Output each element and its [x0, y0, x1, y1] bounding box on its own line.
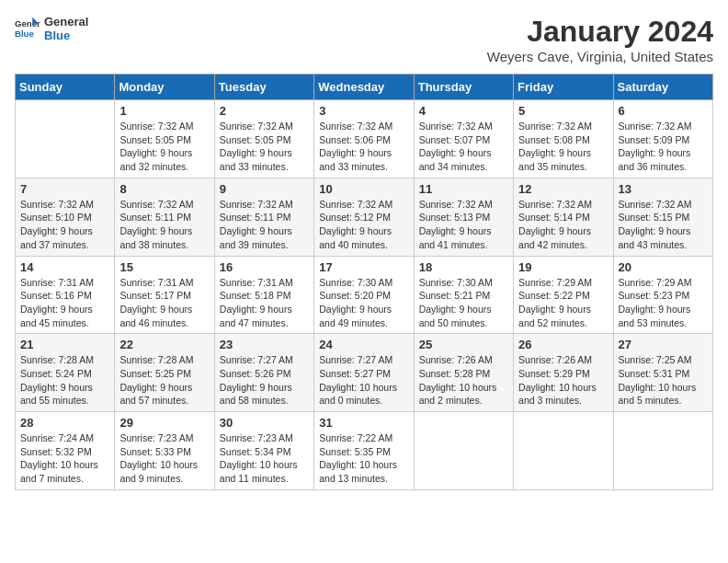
daylight-text: Daylight: 9 hours and 43 minutes.: [619, 224, 708, 251]
day-info: Sunrise: 7:23 AM Sunset: 5:33 PM Dayligh…: [119, 431, 209, 486]
sunset-text: Sunset: 5:05 PM: [220, 133, 309, 147]
calendar-cell: 17 Sunrise: 7:30 AM Sunset: 5:20 PM Dayl…: [314, 256, 414, 334]
day-info: Sunrise: 7:32 AM Sunset: 5:05 PM Dayligh…: [119, 120, 209, 174]
daylight-text: Daylight: 9 hours and 58 minutes.: [220, 381, 309, 408]
sunset-text: Sunset: 5:20 PM: [319, 289, 408, 303]
calendar-cell: 19 Sunrise: 7:29 AM Sunset: 5:22 PM Dayl…: [514, 256, 613, 334]
sunset-text: Sunset: 5:27 PM: [319, 367, 408, 381]
sunset-text: Sunset: 5:14 PM: [518, 211, 608, 224]
sunrise-text: Sunrise: 7:32 AM: [619, 120, 708, 133]
sunrise-text: Sunrise: 7:29 AM: [518, 276, 608, 290]
calendar-cell: 30 Sunrise: 7:23 AM Sunset: 5:34 PM Dayl…: [214, 412, 313, 490]
weekday-header-tuesday: Tuesday: [214, 75, 313, 100]
daylight-text: Daylight: 9 hours and 32 minutes.: [119, 146, 209, 173]
calendar-cell: 23 Sunrise: 7:27 AM Sunset: 5:26 PM Dayl…: [214, 334, 313, 412]
day-info: Sunrise: 7:29 AM Sunset: 5:22 PM Dayligh…: [518, 276, 608, 330]
sunrise-text: Sunrise: 7:32 AM: [220, 120, 309, 133]
day-number: 29: [119, 416, 209, 430]
calendar-cell: 15 Sunrise: 7:31 AM Sunset: 5:17 PM Dayl…: [115, 256, 214, 334]
calendar-cell: 12 Sunrise: 7:32 AM Sunset: 5:14 PM Dayl…: [514, 178, 613, 256]
sunrise-text: Sunrise: 7:27 AM: [220, 353, 309, 367]
weekday-header-friday: Friday: [514, 75, 613, 100]
sunrise-text: Sunrise: 7:32 AM: [419, 198, 508, 212]
sunset-text: Sunset: 5:21 PM: [419, 289, 508, 303]
sunrise-text: Sunrise: 7:30 AM: [319, 276, 408, 290]
day-number: 18: [419, 260, 508, 274]
sunrise-text: Sunrise: 7:31 AM: [20, 276, 109, 290]
daylight-text: Daylight: 9 hours and 57 minutes.: [119, 381, 209, 408]
daylight-text: Daylight: 9 hours and 53 minutes.: [619, 303, 708, 329]
calendar-cell: [414, 412, 513, 490]
page-title: January 2024: [487, 15, 713, 49]
logo-general: General: [44, 15, 88, 29]
sunset-text: Sunset: 5:18 PM: [220, 289, 309, 303]
day-number: 1: [119, 104, 209, 118]
calendar-cell: 20 Sunrise: 7:29 AM Sunset: 5:23 PM Dayl…: [613, 256, 712, 334]
calendar-cell: [16, 100, 115, 178]
sunrise-text: Sunrise: 7:28 AM: [119, 353, 209, 367]
day-number: 16: [220, 260, 309, 274]
day-info: Sunrise: 7:32 AM Sunset: 5:06 PM Dayligh…: [319, 120, 408, 174]
sunset-text: Sunset: 5:35 PM: [319, 445, 408, 459]
sunset-text: Sunset: 5:10 PM: [20, 211, 109, 224]
sunrise-text: Sunrise: 7:32 AM: [619, 198, 708, 212]
sunset-text: Sunset: 5:13 PM: [419, 211, 508, 224]
sunset-text: Sunset: 5:09 PM: [619, 133, 708, 147]
daylight-text: Daylight: 10 hours and 5 minutes.: [619, 381, 708, 408]
calendar-cell: 10 Sunrise: 7:32 AM Sunset: 5:12 PM Dayl…: [314, 178, 414, 256]
day-info: Sunrise: 7:28 AM Sunset: 5:25 PM Dayligh…: [119, 353, 209, 408]
daylight-text: Daylight: 9 hours and 37 minutes.: [20, 224, 109, 251]
day-info: Sunrise: 7:26 AM Sunset: 5:28 PM Dayligh…: [419, 353, 508, 408]
day-info: Sunrise: 7:27 AM Sunset: 5:26 PM Dayligh…: [220, 353, 309, 408]
weekday-header-saturday: Saturday: [613, 75, 712, 100]
day-number: 8: [119, 182, 209, 196]
day-number: 12: [518, 182, 608, 196]
daylight-text: Daylight: 10 hours and 3 minutes.: [518, 381, 608, 408]
calendar-cell: 21 Sunrise: 7:28 AM Sunset: 5:24 PM Dayl…: [16, 334, 115, 412]
daylight-text: Daylight: 9 hours and 45 minutes.: [20, 303, 109, 329]
day-info: Sunrise: 7:26 AM Sunset: 5:29 PM Dayligh…: [518, 353, 608, 408]
calendar-cell: 5 Sunrise: 7:32 AM Sunset: 5:08 PM Dayli…: [514, 100, 613, 178]
daylight-text: Daylight: 9 hours and 33 minutes.: [319, 146, 408, 173]
day-info: Sunrise: 7:22 AM Sunset: 5:35 PM Dayligh…: [319, 431, 408, 486]
sunrise-text: Sunrise: 7:26 AM: [419, 353, 508, 367]
weekday-header-wednesday: Wednesday: [314, 75, 414, 100]
day-info: Sunrise: 7:31 AM Sunset: 5:18 PM Dayligh…: [220, 276, 309, 330]
day-info: Sunrise: 7:32 AM Sunset: 5:05 PM Dayligh…: [220, 120, 309, 174]
calendar-cell: [613, 412, 712, 490]
day-info: Sunrise: 7:30 AM Sunset: 5:21 PM Dayligh…: [419, 276, 508, 330]
day-info: Sunrise: 7:32 AM Sunset: 5:13 PM Dayligh…: [419, 198, 508, 252]
day-number: 27: [619, 338, 708, 351]
sunset-text: Sunset: 5:22 PM: [518, 289, 608, 303]
sunset-text: Sunset: 5:31 PM: [619, 367, 708, 381]
day-info: Sunrise: 7:32 AM Sunset: 5:11 PM Dayligh…: [119, 198, 209, 252]
daylight-text: Daylight: 9 hours and 33 minutes.: [220, 146, 309, 173]
calendar-cell: 18 Sunrise: 7:30 AM Sunset: 5:21 PM Dayl…: [414, 256, 513, 334]
day-number: 13: [619, 182, 708, 196]
day-info: Sunrise: 7:23 AM Sunset: 5:34 PM Dayligh…: [220, 431, 309, 486]
sunset-text: Sunset: 5:15 PM: [619, 211, 708, 224]
day-info: Sunrise: 7:32 AM Sunset: 5:12 PM Dayligh…: [319, 198, 408, 252]
weekday-header-sunday: Sunday: [16, 75, 115, 100]
day-info: Sunrise: 7:28 AM Sunset: 5:24 PM Dayligh…: [20, 353, 109, 408]
calendar-cell: 31 Sunrise: 7:22 AM Sunset: 5:35 PM Dayl…: [314, 412, 414, 490]
daylight-text: Daylight: 9 hours and 39 minutes.: [220, 224, 309, 251]
sunrise-text: Sunrise: 7:28 AM: [20, 353, 109, 367]
sunset-text: Sunset: 5:12 PM: [319, 211, 408, 224]
daylight-text: Daylight: 9 hours and 35 minutes.: [518, 146, 608, 173]
sunset-text: Sunset: 5:11 PM: [220, 211, 309, 224]
logo-blue: Blue: [44, 29, 88, 42]
daylight-text: Daylight: 9 hours and 34 minutes.: [419, 146, 508, 173]
day-number: 3: [319, 104, 408, 118]
calendar-cell: [514, 412, 613, 490]
day-number: 28: [20, 416, 109, 430]
sunset-text: Sunset: 5:05 PM: [119, 133, 209, 147]
daylight-text: Daylight: 9 hours and 40 minutes.: [319, 224, 408, 251]
day-info: Sunrise: 7:31 AM Sunset: 5:17 PM Dayligh…: [119, 276, 209, 330]
sunset-text: Sunset: 5:23 PM: [619, 289, 708, 303]
sunset-text: Sunset: 5:16 PM: [20, 289, 109, 303]
daylight-text: Daylight: 9 hours and 50 minutes.: [419, 303, 508, 329]
sunset-text: Sunset: 5:28 PM: [419, 367, 508, 381]
calendar-cell: 29 Sunrise: 7:23 AM Sunset: 5:33 PM Dayl…: [115, 412, 214, 490]
day-info: Sunrise: 7:29 AM Sunset: 5:23 PM Dayligh…: [619, 276, 708, 330]
